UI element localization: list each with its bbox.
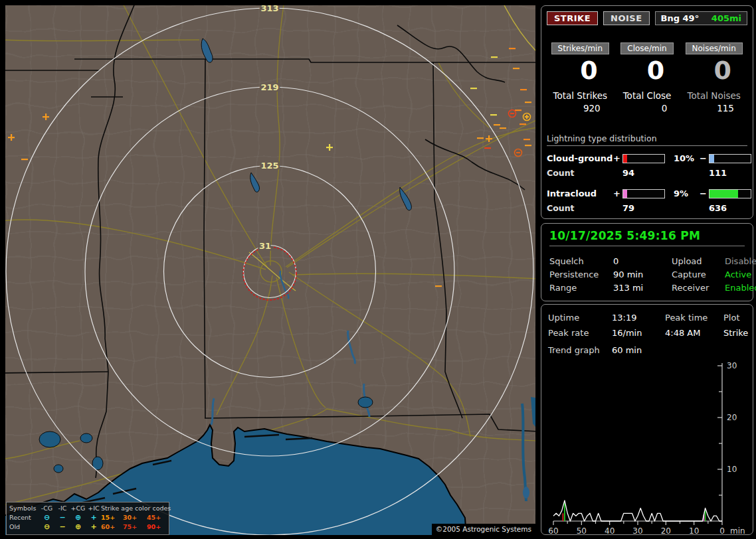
ic-plus-bar xyxy=(622,189,665,198)
total-close-label: Total Close xyxy=(614,90,681,101)
legend-symbols-header: Symbols xyxy=(9,504,39,513)
close-per-min-value: 0 xyxy=(614,56,681,85)
lightning-map[interactable]: 31321912531 Symbols -CG -IC +CG +IC Stri… xyxy=(5,5,535,535)
squelch-value: 0 xyxy=(613,256,672,266)
status-panel: STRIKE NOISE Bng 49° 405mi Strikes/min 0… xyxy=(539,0,756,539)
circle-plus-icon: ⊕ xyxy=(70,513,86,522)
noises-counter: Noises/min 0 Total Noises 115 xyxy=(680,41,747,114)
total-noises-value: 115 xyxy=(680,103,747,114)
svg-text:50: 50 xyxy=(577,526,587,536)
noise-toggle-button[interactable]: NOISE xyxy=(603,11,650,25)
legend-col-neg-ic: -IC xyxy=(55,504,70,513)
cg-plus-count: 94 xyxy=(622,168,670,178)
total-noises-label: Total Noises xyxy=(680,90,747,101)
ic-minus-count: 636 xyxy=(709,203,756,213)
strike-toggle-button[interactable]: STRIKE xyxy=(547,11,598,25)
age-code: 15+ xyxy=(101,513,123,522)
svg-text:60: 60 xyxy=(548,526,558,536)
distribution-title: Lightning type distribution xyxy=(547,133,747,146)
bearing-label: Bng 49° xyxy=(661,13,700,23)
legend-row-recent-label: Recent xyxy=(9,513,39,522)
peak-rate-value: 16/min xyxy=(612,328,665,338)
persistence-value: 90 min xyxy=(613,270,672,279)
plot-label: Plot xyxy=(723,313,748,323)
upload-label: Upload xyxy=(672,256,725,266)
plus-icon: + xyxy=(86,522,101,532)
circle-minus-icon: ⊖ xyxy=(39,522,55,532)
svg-text:min: min xyxy=(730,526,745,536)
range-label: Range xyxy=(549,283,613,293)
map-canvas[interactable]: 31321912531 xyxy=(5,5,535,535)
plus-icon: + xyxy=(86,513,101,522)
range-value: 313 mi xyxy=(613,283,672,293)
uptime-value: 13:19 xyxy=(612,313,665,323)
total-strikes-value: 920 xyxy=(547,103,614,114)
nexstorm-window: 31321912531 Symbols -CG -IC +CG +IC Stri… xyxy=(0,0,756,539)
trend-graph-value: 60 min xyxy=(612,345,746,355)
svg-text:30: 30 xyxy=(727,361,737,370)
plot-value: Strike xyxy=(723,328,748,338)
svg-text:31: 31 xyxy=(259,241,271,251)
uptime-label: Uptime xyxy=(548,313,612,323)
age-code: 30+ xyxy=(123,513,147,522)
plus-sign: + xyxy=(613,153,622,163)
total-close-value: 0 xyxy=(614,103,681,114)
bearing-display: Bng 49° 405mi xyxy=(655,11,747,25)
minus-icon: − xyxy=(55,522,70,532)
upload-status: Disabled xyxy=(725,256,756,266)
svg-text:0: 0 xyxy=(719,526,725,536)
legend-age-header: Strike age color codes xyxy=(101,504,171,513)
peak-time-label: Peak time xyxy=(665,313,723,323)
trend-graph-label: Trend graph xyxy=(548,345,612,355)
svg-text:30: 30 xyxy=(632,526,642,536)
cloud-ground-label: Cloud-ground xyxy=(547,153,613,163)
cg-count-label: Count xyxy=(547,168,613,178)
legend-row-old-label: Old xyxy=(9,522,39,532)
circle-minus-icon: ⊖ xyxy=(39,513,55,522)
minus-icon: − xyxy=(55,513,70,522)
legend-col-neg-cg: -CG xyxy=(39,504,55,513)
persistence-label: Persistence xyxy=(549,270,613,279)
receiver-label: Receiver xyxy=(672,283,725,293)
ic-count-label: Count xyxy=(547,203,613,213)
age-code: 75+ xyxy=(123,522,147,532)
bearing-distance: 405mi xyxy=(711,13,741,23)
minus-sign: − xyxy=(700,153,709,163)
close-counter: Close/min 0 Total Close 0 xyxy=(614,41,681,114)
peak-time-value: 4:48 AM xyxy=(665,328,723,338)
current-datetime: 10/17/2025 5:49:16 PM xyxy=(549,229,745,246)
capture-status: Active xyxy=(725,270,756,279)
strikes-per-min-value: 0 xyxy=(547,56,614,85)
trend-section: Uptime 13:19 Peak time Plot Peak rate 16… xyxy=(541,304,753,535)
cg-plus-bar xyxy=(622,154,665,163)
noises-per-min-chip: Noises/min xyxy=(686,42,743,54)
svg-text:313: 313 xyxy=(260,5,278,13)
cg-minus-count: 111 xyxy=(709,168,756,178)
map-legend: Symbols -CG -IC +CG +IC Strike age color… xyxy=(6,502,169,535)
intracloud-label: Intracloud xyxy=(547,189,613,198)
svg-text:10: 10 xyxy=(727,465,737,474)
squelch-label: Squelch xyxy=(549,256,613,266)
total-strikes-label: Total Strikes xyxy=(547,90,614,101)
minus-sign: − xyxy=(700,189,709,198)
svg-text:10: 10 xyxy=(689,526,699,536)
receiver-status: Enabled xyxy=(725,283,756,293)
strike-trend-graph: 1020306050403020100min xyxy=(548,358,746,539)
svg-text:20: 20 xyxy=(661,526,671,536)
age-code: 90+ xyxy=(147,522,171,532)
capture-label: Capture xyxy=(672,270,725,279)
svg-text:125: 125 xyxy=(260,161,278,171)
circle-plus-icon: ⊕ xyxy=(70,522,86,532)
plus-sign: + xyxy=(613,189,622,198)
age-code: 60+ xyxy=(101,522,123,532)
strikes-counter: Strikes/min 0 Total Strikes 920 xyxy=(547,41,614,114)
cg-plus-pct: 10% xyxy=(670,153,700,163)
svg-text:20: 20 xyxy=(727,413,737,422)
copyright-label: ©2005 Astrogenic Systems xyxy=(432,524,535,535)
peak-rate-label: Peak rate xyxy=(548,328,612,338)
close-per-min-chip: Close/min xyxy=(620,42,673,54)
ic-plus-count: 79 xyxy=(622,203,670,213)
cg-minus-bar xyxy=(709,154,751,163)
ic-minus-bar xyxy=(709,189,751,198)
svg-text:219: 219 xyxy=(260,82,278,92)
